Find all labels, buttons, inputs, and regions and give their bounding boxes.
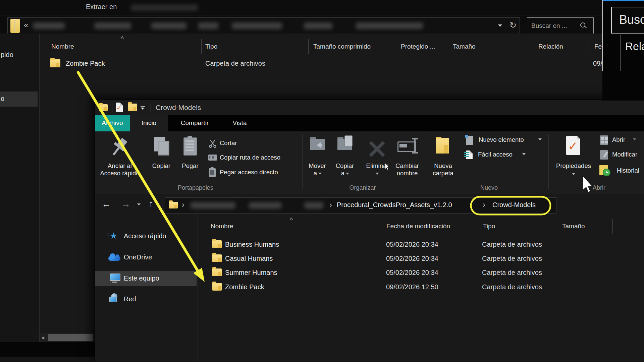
annotation-oval bbox=[471, 197, 550, 215]
annotation-arrow-head bbox=[194, 268, 205, 282]
mouse-cursor-large bbox=[583, 176, 593, 192]
annotation-layer bbox=[0, 0, 644, 362]
desktop: Extraer en « ↻ Buscar en ... pi bbox=[0, 0, 644, 362]
annotation-arrow-line bbox=[78, 72, 198, 270]
mouse-cursor-small bbox=[385, 163, 389, 170]
